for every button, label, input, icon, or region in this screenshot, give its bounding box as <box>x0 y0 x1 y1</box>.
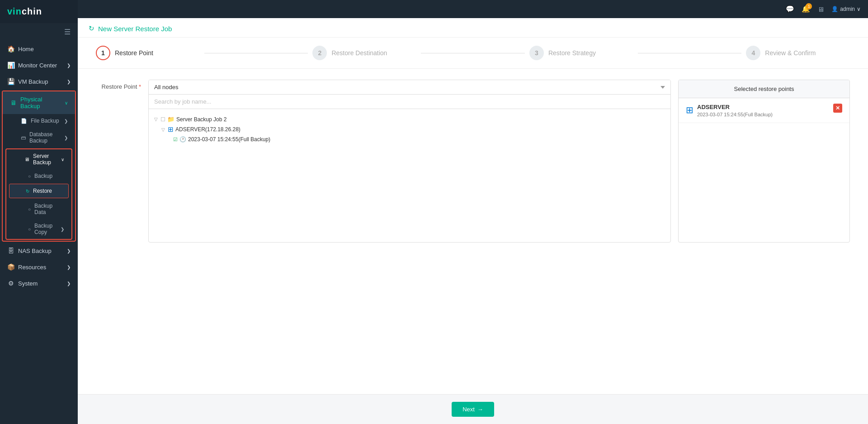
tree-children-server: ▽ ⊞ ADSERVER(172.18.26.28) ☑ 🕐 <box>161 124 665 144</box>
sidebar-item-file-backup[interactable]: 📄 File Backup ❯ <box>3 114 75 128</box>
divider-1 <box>204 53 308 53</box>
sidebar-item-vm-backup[interactable]: 💾 VM Backup ❯ <box>0 73 78 90</box>
sidebar-item-server-backup[interactable]: 🖥 Server Backup ∨ <box>6 149 71 169</box>
sidebar-item-vm-label: VM Backup <box>18 78 48 85</box>
sidebar-item-home[interactable]: 🏠 Home <box>0 41 78 57</box>
sidebar-item-backup[interactable]: ○ Backup <box>6 169 71 183</box>
next-button[interactable]: Next → <box>452 402 494 417</box>
sidebar-item-server-label: Server Backup <box>33 153 57 166</box>
page-title: New Server Restore Job <box>98 25 172 33</box>
job-toggle-icon: ▽ <box>154 117 159 122</box>
step-4[interactable]: 4 Review & Confirm <box>746 46 850 60</box>
backup-data-icon: ○ <box>28 207 31 212</box>
right-panel: Selected restore points ⊞ ADSERVER 2023-… <box>678 80 850 243</box>
label-text: Restore Point <box>102 83 137 90</box>
restore-point-row: Restore Point * All nodesNode 1 ▽ ☐ <box>96 80 850 243</box>
user-icon: 👤 <box>831 6 838 12</box>
sidebar-toggle[interactable]: ☰ <box>0 23 78 41</box>
logo-text: vinchin <box>7 6 42 17</box>
sidebar-item-backup-copy[interactable]: ○ Backup Copy ❯ <box>6 219 71 239</box>
form-area: Restore Point * All nodesNode 1 ▽ ☐ <box>78 69 868 394</box>
chat-icon[interactable]: 💬 <box>786 5 794 13</box>
step-2-circle: 2 <box>312 46 327 60</box>
notification-badge[interactable]: 🔔 1 <box>802 5 810 13</box>
sidebar-item-system[interactable]: ⚙ System ❯ <box>0 275 78 291</box>
sidebar-item-restore-label: Restore <box>33 188 52 194</box>
checkbox-checked-icon: ☑ <box>173 137 178 143</box>
sidebar-item-home-label: Home <box>18 46 34 52</box>
nas-chevron-icon: ❯ <box>67 248 71 253</box>
sidebar-item-backup-label: Backup <box>34 173 52 179</box>
copy-chevron-icon: ❯ <box>61 227 64 232</box>
step-1[interactable]: 1 Restore Point <box>96 46 200 60</box>
vm-chevron-icon: ❯ <box>67 79 71 84</box>
sidebar-item-nas-label: NAS Backup <box>18 248 52 254</box>
home-icon: 🏠 <box>7 45 14 52</box>
step-4-number: 4 <box>751 49 755 57</box>
step-3[interactable]: 3 Restore Strategy <box>529 46 633 60</box>
tree-node-server[interactable]: ▽ ⊞ ADSERVER(172.18.26.28) <box>161 124 665 135</box>
step-3-number: 3 <box>535 49 538 57</box>
server-chevron-icon: ∨ <box>61 157 64 162</box>
db-backup-icon: 🗃 <box>21 135 26 140</box>
restore-point-label: Restore Point * <box>96 80 141 90</box>
user-label: admin <box>840 6 855 12</box>
tree-grandchildren: ☑ 🕐 2023-03-07 15:24:55(Full Backup) <box>169 135 665 144</box>
main-content: 💬 🔔 1 🖥 👤 admin ∨ ↻ New Server Restore J… <box>78 0 868 424</box>
topbar: 💬 🔔 1 🖥 👤 admin ∨ <box>78 0 868 18</box>
step-4-label: Review & Confirm <box>765 49 816 57</box>
tree-node-job-label: Server Backup Job 2 <box>176 116 226 123</box>
step-2-number: 2 <box>318 49 322 57</box>
search-input[interactable] <box>149 95 670 109</box>
left-panel: All nodesNode 1 ▽ ☐ 📁 Server Backup Job … <box>148 80 671 243</box>
selected-item-name: ADSERVER <box>697 104 773 110</box>
sidebar-item-backup-data[interactable]: ○ Backup Data <box>6 199 71 219</box>
resources-chevron-icon: ❯ <box>67 265 71 270</box>
selected-item-text: ADSERVER 2023-03-07 15:24:55(Full Backup… <box>697 104 773 117</box>
remove-selected-button[interactable]: ✕ <box>833 104 842 113</box>
sidebar-item-monitor-label: Monitor Center <box>18 62 57 69</box>
backup-dot-icon: ○ <box>28 174 31 179</box>
sidebar-item-backup-data-label: Backup Data <box>34 203 64 215</box>
page-header: ↻ New Server Restore Job <box>78 18 868 38</box>
selected-panel-title: Selected restore points <box>734 86 794 92</box>
resources-icon: 📦 <box>7 263 14 271</box>
sidebar-item-nas-backup[interactable]: 🗄 NAS Backup ❯ <box>0 243 78 259</box>
sidebar-item-system-label: System <box>18 280 38 287</box>
user-menu[interactable]: 👤 admin ∨ <box>831 6 861 12</box>
tree-node-rp-label: 2023-03-07 15:24:55(Full Backup) <box>188 136 270 143</box>
content-area: ↻ New Server Restore Job 1 Restore Point… <box>78 18 868 424</box>
sidebar-item-monitor-center[interactable]: 📊 Monitor Center ❯ <box>0 57 78 73</box>
restore-content: All nodesNode 1 ▽ ☐ 📁 Server Backup Job … <box>148 80 850 243</box>
step-2[interactable]: 2 Restore Destination <box>312 46 416 60</box>
tree-node-job[interactable]: ▽ ☐ 📁 Server Backup Job 2 <box>154 114 665 124</box>
sidebar-item-database-backup[interactable]: 🗃 Database Backup ❯ <box>3 128 75 148</box>
steps-wizard: 1 Restore Point 2 Restore Destination 3 … <box>78 38 868 69</box>
db-chevron-icon: ❯ <box>64 135 68 140</box>
required-mark: * <box>139 83 141 90</box>
step-1-number: 1 <box>101 49 105 57</box>
job-folder-icon: 📁 <box>167 116 175 123</box>
restore-icon: ↻ <box>26 189 29 194</box>
vm-backup-icon: 💾 <box>7 78 14 85</box>
divider-3 <box>638 53 742 53</box>
divider-2 <box>421 53 525 53</box>
selected-windows-icon: ⊞ <box>686 105 693 115</box>
filter-select[interactable]: All nodesNode 1 <box>149 80 670 95</box>
physical-backup-icon: 🖥 <box>10 99 17 106</box>
step-3-label: Restore Strategy <box>548 49 596 57</box>
sidebar-item-resources[interactable]: 📦 Resources ❯ <box>0 259 78 275</box>
monitor-chevron-icon: ❯ <box>67 63 71 68</box>
tree-node-restore-point[interactable]: ☑ 🕐 2023-03-07 15:24:55(Full Backup) <box>169 135 665 144</box>
sidebar-item-physical-label: Physical Backup <box>20 96 61 110</box>
step-3-circle: 3 <box>529 46 544 60</box>
sidebar-item-restore[interactable]: ↻ Restore <box>9 184 68 198</box>
file-chevron-icon: ❯ <box>64 119 68 124</box>
sidebar: vinchin ☰ 🏠 Home 📊 Monitor Center ❯ 💾 VM… <box>0 0 78 424</box>
monitor-screen-icon[interactable]: 🖥 <box>817 5 824 13</box>
step-4-circle: 4 <box>746 46 760 60</box>
job-checkbox-icon: ☐ <box>160 116 165 123</box>
sidebar-item-physical-backup[interactable]: 🖥 Physical Backup ∨ <box>3 91 75 114</box>
monitor-icon: 📊 <box>7 62 14 69</box>
system-chevron-icon: ❯ <box>67 281 71 286</box>
